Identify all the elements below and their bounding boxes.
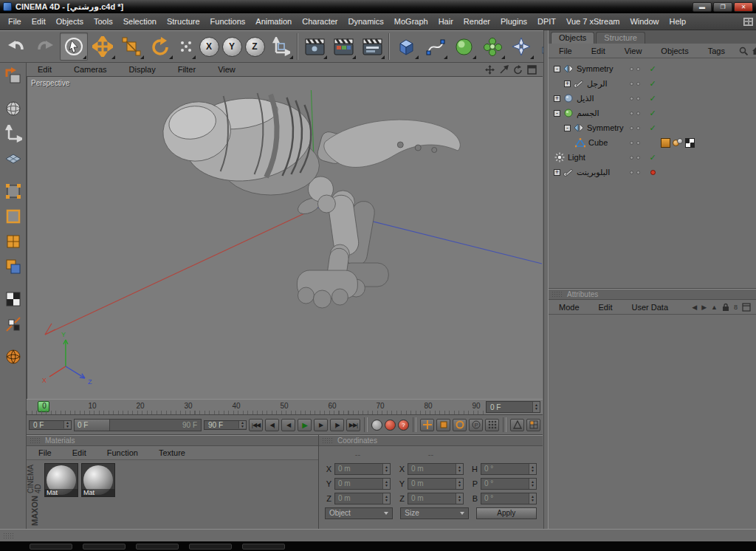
object-label[interactable]: الرجل xyxy=(587,79,608,89)
material-thumbnail[interactable]: Mat xyxy=(44,463,78,497)
current-frame-field[interactable]: 0 F ▲▼ xyxy=(486,401,540,413)
attributes-menu-userdata[interactable]: User Data xyxy=(627,301,674,314)
menu-hair[interactable]: Hair xyxy=(433,15,458,28)
timeline-options-button[interactable] xyxy=(526,419,540,431)
stepper-icon[interactable]: ▲▼ xyxy=(456,479,463,489)
menu-dynamics[interactable]: Dynamics xyxy=(343,15,389,28)
play-button[interactable]: ▶ xyxy=(298,419,312,431)
material-name[interactable]: Mat xyxy=(82,489,114,496)
stepper-icon[interactable]: ▲▼ xyxy=(382,479,390,489)
stepper-icon[interactable]: ▲▼ xyxy=(382,493,390,504)
viewport-menu-filter[interactable]: Filter xyxy=(173,63,201,76)
panel-grip-icon[interactable] xyxy=(322,437,333,444)
record-off-button[interactable] xyxy=(371,420,382,431)
solo-animation-button[interactable] xyxy=(510,419,524,431)
render-picture-viewer-button[interactable] xyxy=(329,32,357,61)
material-thumbnail[interactable]: Mat xyxy=(81,463,115,497)
normals-mode-button[interactable] xyxy=(2,346,24,368)
attributes-menu-mode[interactable]: Mode xyxy=(554,301,585,314)
make-editable-button[interactable] xyxy=(2,65,24,87)
live-selection-button[interactable] xyxy=(60,32,88,61)
texture-tag-icon[interactable] xyxy=(661,138,670,148)
link-icon[interactable]: 8 xyxy=(734,304,738,311)
object-label[interactable]: البلوبرينت xyxy=(577,168,610,177)
stepper-icon[interactable]: ▲▼ xyxy=(63,421,71,428)
position-x-field[interactable]: 0 m▲▼ xyxy=(334,463,391,475)
record-keyframe-button[interactable] xyxy=(385,420,396,431)
key-parameter-toggle[interactable]: P xyxy=(469,419,483,431)
add-hypernurbs-button[interactable] xyxy=(450,32,478,61)
lock-z-axis-button[interactable]: Z xyxy=(244,32,266,61)
stepper-icon[interactable]: ▲▼ xyxy=(456,464,463,474)
om-menu-edit[interactable]: Edit xyxy=(586,44,611,58)
tree-row-blueprint[interactable]: + البلوبرينت xyxy=(549,165,756,179)
menu-structure[interactable]: Structure xyxy=(162,15,205,28)
stepper-icon[interactable]: ▲▼ xyxy=(532,402,540,412)
menu-animation[interactable]: Animation xyxy=(250,15,297,28)
enabled-check-icon[interactable]: ✓ xyxy=(647,109,658,118)
add-modeling-object-button[interactable] xyxy=(478,32,506,61)
mode-dropdown[interactable]: Object xyxy=(325,507,393,519)
expand-icon[interactable]: + xyxy=(554,95,560,102)
menu-functions[interactable]: Functions xyxy=(205,15,251,28)
object-label[interactable]: الجسم xyxy=(577,109,599,118)
tree-row-cube[interactable]: Cube xyxy=(549,135,756,150)
maximize-button[interactable]: ❐ xyxy=(713,2,732,12)
rotation-h-field[interactable]: 0 °▲▼ xyxy=(481,463,537,475)
tree-row-symmetry[interactable]: - Symmetry ✓ xyxy=(549,61,756,76)
rotation-p-field[interactable]: 0 °▲▼ xyxy=(481,478,537,490)
menu-dpit[interactable]: DPIT xyxy=(532,15,561,28)
attributes-header[interactable]: Attributes xyxy=(549,289,756,300)
visibility-dots[interactable] xyxy=(625,112,645,115)
search-icon[interactable] xyxy=(739,47,748,55)
position-y-field[interactable]: 0 m▲▼ xyxy=(334,478,391,490)
home-icon[interactable] xyxy=(752,47,756,55)
scale-tool-button[interactable] xyxy=(117,32,145,61)
tree-row-light[interactable]: Light ✓ xyxy=(549,150,756,165)
tab-objects[interactable]: Objects xyxy=(551,32,594,44)
visibility-dots[interactable] xyxy=(625,82,645,86)
tree-row-body[interactable]: - الجسم ✓ xyxy=(549,106,756,120)
visibility-dots[interactable] xyxy=(625,171,645,174)
menu-render[interactable]: Render xyxy=(458,15,495,28)
materials-header[interactable]: Materials xyxy=(27,435,318,446)
taskbar-button[interactable] xyxy=(30,544,72,550)
add-deformer-button[interactable] xyxy=(507,32,535,61)
add-scene-object-button[interactable] xyxy=(536,32,543,61)
key-rotation-toggle[interactable] xyxy=(453,419,467,431)
tree-row-tail[interactable]: + الذيل ✓ xyxy=(549,91,756,106)
move-tool-button[interactable] xyxy=(89,32,117,61)
next-frame-button[interactable]: ▶ xyxy=(314,419,328,431)
attributes-menu-edit[interactable]: Edit xyxy=(594,301,618,314)
rotation-b-field[interactable]: 0 °▲▼ xyxy=(481,493,537,504)
collapse-icon[interactable]: - xyxy=(554,110,560,117)
tree-row-symmetry-2[interactable]: - Symmetry ✓ xyxy=(549,120,756,135)
arrow-up-icon[interactable]: ▲ xyxy=(711,304,718,311)
collapse-icon[interactable]: - xyxy=(564,125,571,131)
materials-menu-edit[interactable]: Edit xyxy=(67,446,92,459)
render-view-button[interactable] xyxy=(300,32,329,61)
toggle-view-icon[interactable] xyxy=(527,65,537,75)
expand-icon[interactable]: + xyxy=(554,169,560,176)
history-back-icon[interactable]: ◀ xyxy=(692,304,697,311)
lock-x-axis-button[interactable]: X xyxy=(198,32,220,61)
goto-end-button[interactable]: ▶▶| xyxy=(346,419,360,431)
lock-y-axis-button[interactable]: Y xyxy=(221,32,243,61)
smoothing-tag-icon[interactable] xyxy=(673,138,683,148)
render-settings-button[interactable] xyxy=(358,32,386,61)
stepper-icon[interactable]: ▲▼ xyxy=(238,421,246,428)
menu-plugins[interactable]: Plugins xyxy=(495,15,532,28)
visibility-dots[interactable] xyxy=(625,67,645,71)
viewport-menu-view[interactable]: View xyxy=(213,63,241,76)
coordinates-header[interactable]: Coordinates xyxy=(319,435,543,446)
viewport-label[interactable]: Perspective xyxy=(31,79,69,87)
key-position-toggle[interactable] xyxy=(420,419,434,431)
visibility-dots[interactable] xyxy=(625,156,645,160)
om-menu-tags[interactable]: Tags xyxy=(703,44,730,58)
zoom-view-icon[interactable] xyxy=(499,65,509,75)
taskbar-button[interactable] xyxy=(136,544,179,550)
position-z-field[interactable]: 0 m▲▼ xyxy=(334,493,391,504)
visibility-dots[interactable] xyxy=(625,126,645,130)
key-scale-toggle[interactable] xyxy=(436,419,450,431)
size-y-field[interactable]: 0 m▲▼ xyxy=(408,478,464,490)
